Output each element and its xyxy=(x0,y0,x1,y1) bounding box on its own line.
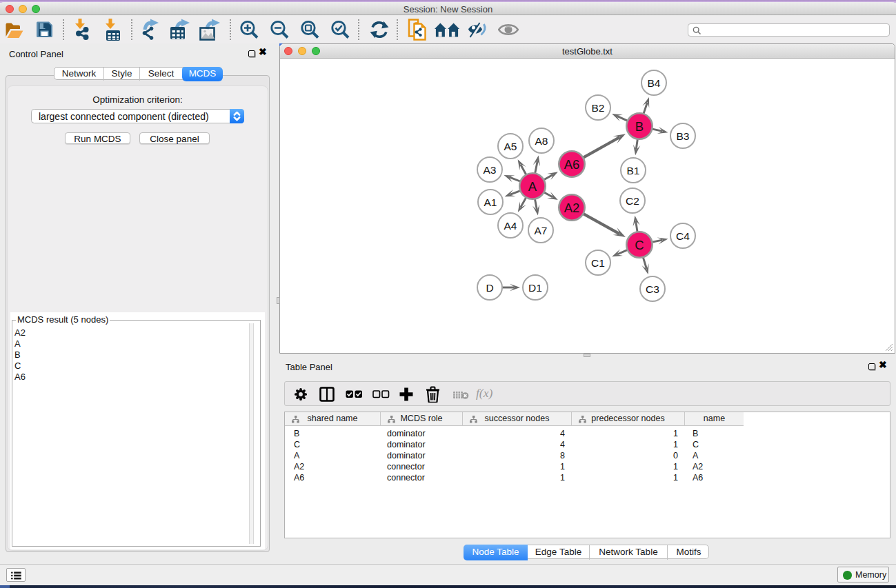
svg-text:A6: A6 xyxy=(564,157,580,172)
svg-text:A1: A1 xyxy=(484,196,497,208)
svg-text:B2: B2 xyxy=(592,102,605,114)
svg-text:D1: D1 xyxy=(528,282,542,294)
svg-text:A8: A8 xyxy=(535,135,548,147)
svg-text:A: A xyxy=(528,179,537,194)
svg-text:A5: A5 xyxy=(504,141,517,152)
svg-text:B3: B3 xyxy=(677,130,690,142)
svg-text:C1: C1 xyxy=(591,257,605,269)
svg-text:A3: A3 xyxy=(484,164,497,176)
svg-text:B: B xyxy=(635,119,644,134)
svg-text:C4: C4 xyxy=(676,230,690,242)
svg-text:A2: A2 xyxy=(564,201,580,215)
svg-text:A7: A7 xyxy=(535,225,548,236)
svg-text:B4: B4 xyxy=(648,77,661,89)
svg-text:D: D xyxy=(486,282,493,294)
svg-text:C2: C2 xyxy=(626,195,639,207)
svg-text:B1: B1 xyxy=(627,165,640,176)
svg-text:C3: C3 xyxy=(646,283,659,295)
svg-text:A4: A4 xyxy=(504,220,517,232)
svg-text:C: C xyxy=(635,238,644,252)
